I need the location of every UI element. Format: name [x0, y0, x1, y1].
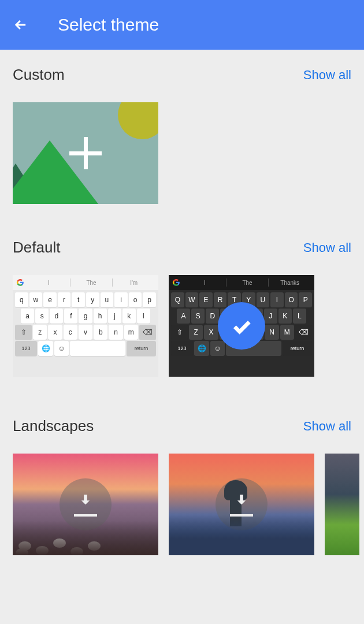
show-all-default[interactable]: Show all: [303, 240, 351, 255]
suggestion: I: [28, 280, 70, 286]
google-logo-icon: [16, 278, 24, 287]
section-custom: Custom Show all: [0, 50, 364, 204]
suggestion: Thanks: [269, 280, 311, 286]
section-header-custom: Custom Show all: [13, 66, 351, 84]
show-all-custom[interactable]: Show all: [303, 68, 351, 83]
selected-check-icon: [218, 302, 265, 350]
suggestion: I: [184, 280, 226, 286]
suggestion: I'm: [113, 280, 155, 286]
suggestion: The: [226, 280, 269, 286]
globe-icon: 🌐: [38, 341, 53, 356]
emoji-icon: ☺: [54, 341, 69, 356]
backspace-key-icon: ⌫: [139, 325, 156, 340]
section-default: Default Show all I The I'm qwertyuiop as…: [0, 204, 364, 377]
theme-row-landscapes: [13, 454, 351, 555]
section-title-default: Default: [13, 239, 60, 257]
globe-icon: 🌐: [194, 341, 209, 356]
landscape-theme-1[interactable]: [13, 454, 158, 555]
add-custom-theme-button[interactable]: [13, 102, 158, 204]
page-title: Select theme: [58, 15, 159, 35]
theme-light-keyboard[interactable]: I The I'm qwertyuiop asdfghjkl ⇧zxcvbnm⌫…: [13, 275, 158, 377]
section-header-landscapes: Landscapes Show all: [13, 417, 351, 435]
landscape-theme-2[interactable]: [169, 454, 314, 555]
google-logo-icon: [172, 278, 180, 287]
sun-graphic: [118, 102, 158, 139]
suggestion-bar: I The I'm: [13, 275, 158, 290]
download-icon: [216, 478, 268, 530]
section-title-custom: Custom: [13, 66, 65, 84]
suggestion: The: [70, 280, 113, 286]
app-header: Select theme: [0, 0, 364, 50]
emoji-icon: ☺: [210, 341, 225, 356]
show-all-landscapes[interactable]: Show all: [303, 419, 351, 434]
back-arrow-icon[interactable]: [12, 16, 30, 34]
keyboard-rows: qwertyuiop asdfghjkl ⇧zxcvbnm⌫ 123🌐☺retu…: [13, 290, 158, 359]
rocks-graphic: [18, 541, 31, 551]
section-landscapes: Landscapes Show all: [0, 377, 364, 555]
shift-key-icon: ⇧: [15, 325, 32, 340]
theme-dark-keyboard[interactable]: I The Thanks QWERTYUIOP ASDFGHJKL ⇧ZXCVB…: [169, 275, 314, 377]
suggestion-bar: I The Thanks: [169, 275, 314, 290]
download-icon: [60, 478, 112, 530]
section-header-default: Default Show all: [13, 239, 351, 257]
section-title-landscapes: Landscapes: [13, 417, 94, 435]
theme-row-custom: [13, 102, 351, 204]
landscape-theme-3[interactable]: [325, 454, 359, 555]
backspace-key-icon: ⌫: [295, 325, 312, 340]
shift-key-icon: ⇧: [171, 325, 188, 340]
theme-row-default: I The I'm qwertyuiop asdfghjkl ⇧zxcvbnm⌫…: [13, 275, 351, 377]
